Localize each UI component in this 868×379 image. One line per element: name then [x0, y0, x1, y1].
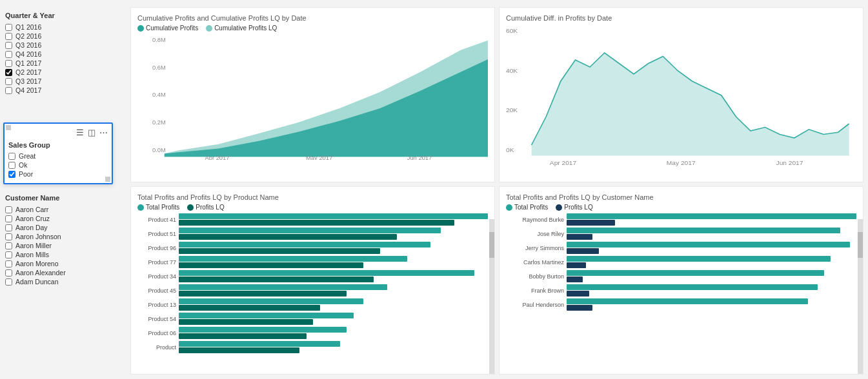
quarter-filter-title: Quarter & Year — [5, 12, 121, 19]
product-chart-title: Total Profits and Profits LQ by Product … — [137, 193, 488, 201]
product-bar-track — [179, 270, 488, 282]
quarter-item[interactable]: Q4 2016 — [5, 50, 121, 58]
customer-bar-track — [567, 256, 856, 268]
product-bar-profits — [179, 298, 363, 304]
table-icon[interactable]: ◫ — [88, 128, 96, 137]
product-bar-lq — [179, 333, 307, 339]
quarter-label: Q1 2016 — [15, 23, 41, 31]
customer-bar-label: Carlos Martinez — [506, 259, 564, 266]
sidebar: Quarter & Year Q1 2016Q2 2016Q3 2016Q4 2… — [0, 0, 126, 379]
more-icon[interactable]: ⋯ — [99, 128, 108, 137]
quarter-item[interactable]: Q1 2017 — [5, 59, 121, 67]
sales-group-panel: ☰ ◫ ⋯ Sales Group GreatOkPoor — [3, 122, 113, 184]
customer-item[interactable]: Adam Duncan — [5, 278, 121, 286]
customer-bar-row: Carlos Martinez — [506, 256, 856, 268]
customer-item[interactable]: Aaron Johnson — [5, 233, 121, 240]
product-bar-row: Product 45 — [137, 284, 488, 296]
product-bar-profits — [179, 284, 387, 290]
sales-group-list: GreatOkPoor — [8, 152, 108, 178]
product-bar-profits — [179, 327, 347, 333]
customer-bar-label: Paul Henderson — [506, 302, 564, 308]
legend-product-profits: Total Profits — [137, 204, 179, 211]
svg-text:May 2017: May 2017 — [306, 155, 332, 160]
customer-item[interactable]: Aaron Moreno — [5, 260, 121, 267]
svg-text:Apr 2017: Apr 2017 — [205, 155, 229, 160]
product-bar-profits — [179, 256, 407, 262]
product-bar-lq — [179, 291, 347, 296]
product-bar-profits — [179, 341, 340, 347]
customer-label: Aaron Cruz — [15, 215, 50, 222]
product-bar-label: Product 41 — [137, 217, 176, 223]
quarters-filter-list: Q1 2016Q2 2016Q3 2016Q4 2016Q1 2017Q2 20… — [5, 23, 121, 94]
legend-dot-customer-lq — [556, 204, 562, 211]
product-bar-profits — [179, 313, 354, 318]
customer-item[interactable]: Aaron Day — [5, 224, 121, 231]
customer-bar-label: Raymond Burke — [506, 217, 564, 223]
customer-item[interactable]: Aaron Carr — [5, 206, 121, 213]
product-bar-track — [179, 228, 488, 240]
sales-group-item[interactable]: Great — [8, 152, 108, 160]
customer-label: Aaron Day — [15, 224, 48, 231]
quarter-item[interactable]: Q1 2016 — [5, 23, 121, 31]
product-bar-track — [179, 341, 488, 353]
product-bar-profits — [179, 242, 430, 248]
customer-bar-label: Jerry Simmons — [506, 245, 564, 251]
product-bar-track — [179, 242, 488, 254]
product-scrollbar[interactable] — [489, 219, 494, 374]
customer-legend: Total Profits Profits LQ — [506, 204, 856, 211]
svg-text:Apr 2017: Apr 2017 — [550, 159, 577, 166]
customer-bar-track — [567, 242, 856, 254]
quarter-label: Q2 2016 — [15, 32, 41, 40]
product-bar-track — [179, 298, 488, 311]
quarter-item[interactable]: Q2 2016 — [5, 32, 121, 40]
customer-scrollbar[interactable] — [858, 219, 863, 374]
product-bar-row: Product 77 — [137, 256, 488, 268]
product-bar-row: Product 06 — [137, 327, 488, 339]
customer-scroll-thumb[interactable] — [858, 232, 863, 258]
legend-dot-lq — [206, 25, 212, 32]
customer-bar-lq — [567, 262, 586, 268]
svg-text:20K: 20K — [506, 107, 518, 114]
svg-text:0.2M: 0.2M — [152, 120, 166, 126]
resize-handle-br[interactable] — [105, 177, 110, 182]
svg-text:0K: 0K — [506, 146, 514, 153]
product-bar-lq — [179, 220, 454, 226]
menu-icon[interactable]: ☰ — [76, 128, 84, 137]
customer-bar-row: Jose Riley — [506, 228, 856, 240]
svg-text:0.6M: 0.6M — [152, 64, 166, 71]
quarter-item[interactable]: Q4 2017 — [5, 86, 121, 94]
quarter-item[interactable]: Q3 2017 — [5, 77, 121, 85]
customer-item[interactable]: Aaron Miller — [5, 242, 121, 249]
sales-group-item[interactable]: Poor — [8, 170, 108, 178]
product-bar-track — [179, 313, 488, 325]
sales-group-item[interactable]: Ok — [8, 161, 108, 169]
product-bar-row: Product 54 — [137, 313, 488, 325]
customer-label: Aaron Miller — [15, 242, 52, 249]
sales-group-title: Sales Group — [8, 141, 108, 149]
customer-item[interactable]: Aaron Alexander — [5, 269, 121, 277]
customer-label: Aaron Johnson — [15, 233, 61, 240]
svg-text:40K: 40K — [506, 67, 518, 74]
svg-text:0.0M: 0.0M — [152, 148, 166, 154]
product-bar-track — [179, 213, 488, 226]
sales-group-label: Great — [19, 152, 35, 160]
main-content: Cumulative Profits and Cumulative Profit… — [126, 0, 868, 379]
product-bar-label: Product 06 — [137, 330, 176, 336]
product-bar-label: Product 51 — [137, 231, 176, 237]
customer-item[interactable]: Aaron Mills — [5, 251, 121, 258]
svg-text:May 2017: May 2017 — [667, 159, 696, 166]
customer-chart-title: Total Profits and Profits LQ by Customer… — [506, 193, 856, 201]
customer-item[interactable]: Aaron Cruz — [5, 215, 121, 222]
quarter-item[interactable]: Q3 2016 — [5, 41, 121, 49]
legend-customer-lq: Profits LQ — [556, 204, 592, 211]
svg-text:0.8M: 0.8M — [152, 37, 166, 43]
customer-bar-row: Frank Brown — [506, 284, 856, 296]
resize-handle-tl[interactable] — [6, 125, 11, 130]
customer-bar-track — [567, 284, 856, 296]
svg-text:60K: 60K — [506, 27, 518, 34]
diff-area-svg: 60K 40K 20K 0K Apr 2017 May 2017 Jun 201… — [506, 24, 856, 166]
customer-bar-profits — [567, 256, 831, 262]
product-scroll-thumb[interactable] — [489, 232, 494, 258]
cumulative-legend: Cumulative Profits Cumulative Profits LQ — [137, 24, 488, 32]
quarter-item[interactable]: Q2 2017 — [5, 68, 121, 76]
